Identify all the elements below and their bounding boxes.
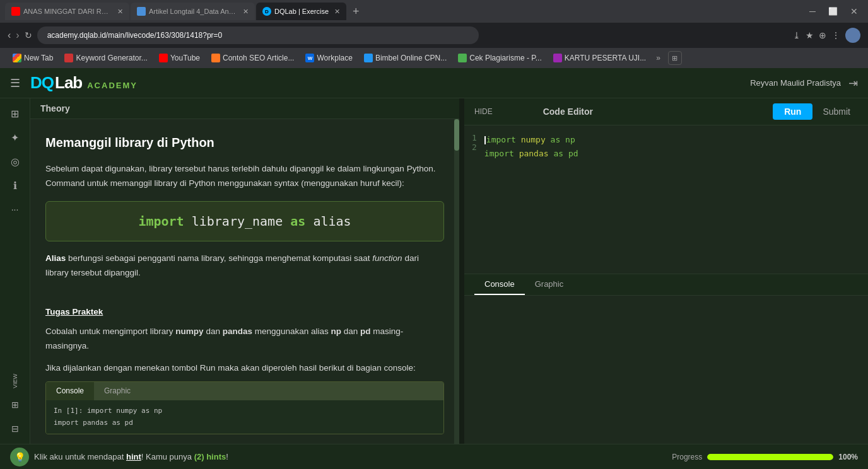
bookmark-workplace[interactable]: W Workplace <box>300 52 357 64</box>
theory-title: Theory <box>40 103 70 113</box>
bookmark-cek[interactable]: Cek Plagiarisme - P... <box>453 52 547 64</box>
browser-menu-4[interactable]: ⋮ <box>831 28 840 43</box>
hint-count: (2) hints <box>194 452 226 461</box>
hamburger-menu[interactable]: ☰ <box>10 76 20 90</box>
code-lines[interactable]: import numpy as np import pandas as pd <box>484 133 860 266</box>
tab-inactive-2[interactable]: Artikel Longtail 4_Data Analyst_K... ✕ <box>131 3 255 20</box>
address-bar: ‹ › ↻ ⤓ ★ ⊕ ⋮ <box>0 23 868 48</box>
bm6-label: Cek Plagiarisme - P... <box>469 54 542 62</box>
code-libname: library_name <box>192 214 291 229</box>
as-kw2: as <box>553 149 568 158</box>
back-button[interactable]: ‹ <box>8 30 11 41</box>
hint-bar: 💡 Klik aku untuk mendapat hint! Kamu pun… <box>0 444 868 469</box>
bookmarks-more[interactable]: » <box>652 52 664 64</box>
console-tabs: Console Graphic <box>464 274 868 296</box>
hint-pre: Klik aku untuk mendapat <box>34 452 126 461</box>
hide-button[interactable]: HIDE <box>474 107 493 116</box>
line-num-2: 2 <box>472 142 477 152</box>
panel-divider[interactable] <box>459 98 464 444</box>
bookmark-youtube[interactable]: YouTube <box>154 52 205 64</box>
browser-menu-3[interactable]: ⊕ <box>819 28 826 43</box>
console-tab-console[interactable]: Console <box>474 274 525 295</box>
bm0-label: New Tab <box>24 54 53 62</box>
theory-content: Memanggil library di Python Sebelum dapa… <box>30 119 459 444</box>
header-right: Reyvan Maulid Pradistya ⇥ <box>750 76 858 90</box>
code-import: import <box>138 214 191 229</box>
scrollbar-track[interactable] <box>454 119 459 444</box>
address-input[interactable] <box>37 26 479 44</box>
code-as: as <box>290 214 313 229</box>
numpy-name: numpy <box>521 135 551 144</box>
bm3-label: Contoh SEO Article... <box>223 54 294 62</box>
pandas-strong: pandas <box>223 327 252 336</box>
code-alias: alias <box>313 214 351 229</box>
code-editor-title: Code Editor <box>543 107 593 117</box>
bookmark-bimbel[interactable]: Bimbel Online CPN... <box>359 52 452 64</box>
console-tab-graphic[interactable]: Graphic <box>525 274 574 295</box>
submit-button[interactable]: Submit <box>815 103 858 120</box>
forward-button[interactable]: › <box>16 30 19 41</box>
tugas-mid: dan <box>204 327 223 336</box>
tab2-label: Artikel Longtail 4_Data Analyst_K... <box>149 8 237 15</box>
tab3-close[interactable]: ✕ <box>334 8 340 16</box>
code-panel: HIDE Code Editor Run Submit 1 2 import n… <box>464 98 868 444</box>
tugas-post: menggunakan alias <box>252 327 331 336</box>
tab-inactive-1[interactable]: ANAS MINGGAT DARI RUM... ✕ <box>5 3 129 20</box>
sidebar-icon-more[interactable]: ··· <box>5 199 25 219</box>
close-button[interactable]: ✕ <box>845 5 863 18</box>
hint-mid: ! Kamu punya <box>141 452 194 461</box>
maximize-button[interactable]: ⬜ <box>823 5 843 18</box>
console-preview: Console Graphic In [1]: import numpy as … <box>45 381 444 434</box>
scrollbar-thumb <box>454 119 459 151</box>
console-preview-tab-graphic[interactable]: Graphic <box>94 382 141 400</box>
progress-wrap: Progress 100% <box>672 453 858 461</box>
tugas-title: Tugas Praktek <box>45 305 444 320</box>
tab1-close[interactable]: ✕ <box>117 8 123 16</box>
reload-button[interactable]: ↻ <box>25 30 32 40</box>
np-strong: np <box>331 327 342 336</box>
sidebar-icon-circle[interactable]: ◎ <box>5 151 25 171</box>
theory-panel: Theory Memanggil library di Python Sebel… <box>30 98 459 444</box>
as-kw1: as <box>551 135 565 144</box>
sidebar-icon-bottom2[interactable]: ⊟ <box>5 419 25 439</box>
progress-bar <box>707 454 833 460</box>
line-num-1: 1 <box>472 133 477 142</box>
tab2-close[interactable]: ✕ <box>243 8 249 16</box>
sidebar-icon-cursor[interactable]: ✦ <box>5 127 25 148</box>
tab-active-3[interactable]: D DQLab | Exercise ✕ <box>256 3 346 20</box>
bookmark-new-tab[interactable]: New Tab <box>8 52 58 64</box>
run-button[interactable]: Run <box>773 103 812 120</box>
sidebar-icons: ⊞ ✦ ◎ ℹ ··· VIEW ⊞ ⊟ <box>0 98 30 444</box>
profile-avatar[interactable] <box>845 28 860 43</box>
bookmarks-bar: New Tab Keyword Generator... YouTube Con… <box>0 48 868 68</box>
tugas-para2: Jika dijalankan dengan menekan tombol Ru… <box>45 361 444 376</box>
sidebar-icon-bottom1[interactable]: ⊞ <box>5 395 25 415</box>
bookmark-contoh[interactable]: Contoh SEO Article... <box>206 52 299 64</box>
logout-button[interactable]: ⇥ <box>848 76 858 90</box>
tab-bar: ANAS MINGGAT DARI RUM... ✕ Artikel Longt… <box>0 0 868 23</box>
import-kw2: import <box>484 149 519 158</box>
theory-heading: Memanggil library di Python <box>45 132 444 153</box>
hint-link[interactable]: hint <box>126 452 141 461</box>
extensions-btn[interactable]: ⊞ <box>668 51 682 65</box>
app: ☰ DQLab ACADEMY Reyvan Maulid Pradistya … <box>0 68 868 469</box>
console-preview-tabs: Console Graphic <box>46 382 443 400</box>
pandas-name: pandas <box>519 149 554 158</box>
minimize-button[interactable]: ─ <box>804 5 821 18</box>
bookmark-keyword[interactable]: Keyword Generator... <box>59 52 152 64</box>
sidebar-icon-grid[interactable]: ⊞ <box>5 103 25 124</box>
logo-dq: DQ <box>30 73 54 93</box>
logo: DQLab ACADEMY <box>30 73 138 93</box>
code-editor-area: 1 2 import numpy as np import pandas as … <box>464 125 868 274</box>
new-tab-button[interactable]: + <box>348 6 365 17</box>
cursor <box>484 136 486 144</box>
tugas-pre: Cobalah untuk mengimport library <box>45 327 175 336</box>
app-header: ☰ DQLab ACADEMY Reyvan Maulid Pradistya … <box>0 68 868 98</box>
progress-pct: 100% <box>838 453 858 461</box>
bookmark-kartu[interactable]: KARTU PESERTA UJI... <box>548 52 651 64</box>
hint-avatar[interactable]: 💡 <box>10 448 29 466</box>
sidebar-icon-info[interactable]: ℹ <box>5 175 25 195</box>
browser-menu-1[interactable]: ⤓ <box>793 28 801 43</box>
console-preview-tab-console[interactable]: Console <box>46 382 94 400</box>
browser-menu-2[interactable]: ★ <box>806 28 814 43</box>
